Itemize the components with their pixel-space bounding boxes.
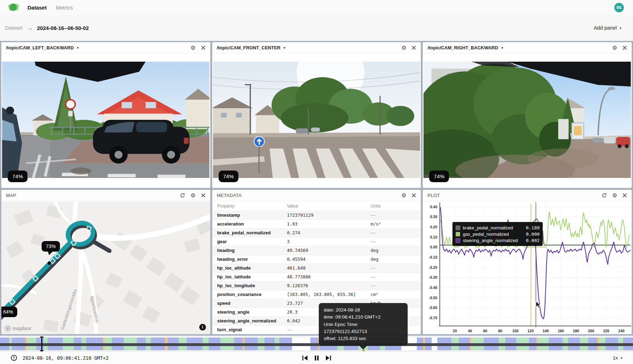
close-icon[interactable] bbox=[201, 193, 206, 198]
mapbox-logo-icon bbox=[5, 326, 11, 331]
svg-text:-0.50: -0.50 bbox=[429, 296, 437, 300]
refresh-icon[interactable] bbox=[602, 193, 607, 198]
playback-speed-selector[interactable]: 1x▾ bbox=[613, 355, 622, 360]
pause-button[interactable] bbox=[314, 355, 319, 361]
map-canvas[interactable]: Gallenklingenstraße Mittelwaldstr. 73% 6… bbox=[1, 202, 210, 334]
plot-hover-legend: brake_pedal_normalized0.189gas_pedal_nor… bbox=[452, 222, 543, 246]
svg-text:0.30: 0.30 bbox=[430, 215, 438, 219]
breadcrumb-current: 2024-08-16--06-50-02 bbox=[37, 25, 89, 31]
panel-title: METADATA bbox=[217, 193, 242, 198]
breadcrumb-bar: Dataset → 2024-08-16--06-50-02 Add panel… bbox=[0, 15, 633, 41]
chevron-down-icon: ▾ bbox=[501, 46, 503, 50]
close-icon[interactable] bbox=[412, 193, 416, 198]
timeline-divider bbox=[0, 343, 633, 346]
topic-selector-cam-left[interactable]: /topic/CAM_LEFT_BACKWARD▾ bbox=[6, 45, 79, 50]
chevron-down-icon: ▾ bbox=[284, 46, 285, 50]
topic-selector-cam-right[interactable]: /topic/CAM_RIGHT_BACKWARD▾ bbox=[427, 45, 503, 50]
svg-text:140: 140 bbox=[543, 329, 549, 333]
chevron-down-icon: ▾ bbox=[621, 356, 622, 360]
topic-selector-cam-front[interactable]: /topic/CAM_FRONT_CENTER▾ bbox=[217, 45, 286, 50]
timeline-track-bottom[interactable] bbox=[0, 346, 633, 350]
avatar[interactable]: BE bbox=[614, 3, 624, 12]
gear-icon[interactable]: ⚙ bbox=[612, 193, 617, 198]
metadata-header-row: Property Value Units bbox=[212, 202, 421, 211]
skip-forward-button[interactable] bbox=[325, 355, 331, 361]
alert-circle-icon bbox=[11, 354, 17, 361]
svg-text:180: 180 bbox=[573, 329, 579, 333]
column-header: Property bbox=[212, 202, 283, 211]
svg-text:40: 40 bbox=[468, 329, 472, 333]
panel-cam-left-backward: /topic/CAM_LEFT_BACKWARD▾ ⚙ bbox=[1, 42, 211, 188]
line-chart[interactable]: 0.400.300.200.100.00-0.10-0.20-0.30-0.40… bbox=[423, 202, 632, 334]
svg-text:0.10: 0.10 bbox=[430, 235, 438, 239]
camera-image-right-backward bbox=[424, 62, 631, 178]
mouse-cursor-icon bbox=[536, 301, 541, 308]
panel-map: MAP ⚙ bbox=[1, 190, 211, 334]
svg-text:100: 100 bbox=[512, 329, 519, 333]
mapbox-attribution[interactable]: mapbox bbox=[5, 326, 31, 331]
svg-text:20: 20 bbox=[453, 329, 457, 333]
tab-metrics[interactable]: Metrics bbox=[56, 5, 73, 11]
skip-backward-button[interactable] bbox=[302, 355, 308, 361]
tooltip-epoch: Unix Epoc Time: 1723791122.452713 bbox=[324, 321, 403, 335]
gear-icon[interactable]: ⚙ bbox=[401, 45, 406, 51]
panel-title: PLOT bbox=[427, 193, 440, 198]
legend-row: gas_pedal_normalized0.000 bbox=[456, 231, 540, 237]
map-position-badge: 73% bbox=[42, 241, 60, 252]
svg-text:120: 120 bbox=[528, 329, 534, 333]
legend-row: steering_angle_normalized0.002 bbox=[456, 237, 540, 243]
svg-text:0.20: 0.20 bbox=[430, 225, 438, 229]
tooltip-time: time: 09:06:41.210 GMT+2 bbox=[324, 314, 403, 321]
panel-cam-front-center: /topic/CAM_FRONT_CENTER▾ ⚙ bbox=[212, 42, 421, 188]
svg-text:0.40: 0.40 bbox=[430, 205, 438, 209]
metadata-row: gear3-- bbox=[212, 237, 421, 246]
svg-text:60: 60 bbox=[483, 329, 487, 333]
tab-dataset[interactable]: Dataset bbox=[28, 5, 47, 11]
close-icon[interactable] bbox=[412, 45, 416, 50]
tooltip-offset: offset: 1125.833 sec bbox=[324, 335, 403, 342]
panel-plot: PLOT ⚙ 0.400.300.200.100.00-0.10-0.20-0.… bbox=[422, 190, 632, 334]
map-info-button[interactable]: i bbox=[199, 324, 206, 331]
close-icon[interactable] bbox=[622, 45, 627, 50]
map-past-badge: 64% bbox=[1, 307, 17, 317]
svg-text:-0.60: -0.60 bbox=[429, 306, 437, 310]
coverage-badge: 74% bbox=[8, 171, 28, 182]
svg-text:-0.30: -0.30 bbox=[429, 275, 437, 279]
legend-swatch-icon bbox=[456, 238, 460, 243]
metadata-row: position_covariance[163.805, 163.805, 65… bbox=[212, 290, 421, 299]
coverage-badge: 74% bbox=[429, 171, 449, 182]
metadata-row: heading_error0.45594deg bbox=[212, 255, 421, 264]
playhead-tooltip: date: 2024-08-16 time: 09:06:41.210 GMT+… bbox=[319, 303, 408, 346]
svg-text:200: 200 bbox=[588, 329, 595, 333]
svg-text:160: 160 bbox=[558, 329, 564, 333]
plot-canvas[interactable]: 0.400.300.200.100.00-0.10-0.20-0.30-0.40… bbox=[423, 202, 632, 334]
camera-image-front-center bbox=[213, 62, 420, 178]
gear-icon[interactable]: ⚙ bbox=[612, 45, 617, 51]
transport-bar: 2024-08-16, 09:06:41.210 GMT+2 1x▾ bbox=[0, 351, 633, 364]
svg-text:-0.10: -0.10 bbox=[429, 255, 437, 259]
breadcrumb-root[interactable]: Dataset bbox=[5, 25, 23, 31]
timeline-cursor-marker[interactable] bbox=[39, 337, 44, 351]
timeline-scrubber[interactable] bbox=[0, 335, 633, 351]
chevron-down-icon: ▾ bbox=[620, 26, 621, 30]
metadata-row: heading49.74569deg bbox=[212, 246, 421, 255]
breadcrumb-arrow-icon: → bbox=[27, 25, 32, 31]
close-icon[interactable] bbox=[622, 193, 627, 198]
gear-icon[interactable]: ⚙ bbox=[190, 193, 195, 198]
close-icon[interactable] bbox=[201, 45, 206, 50]
top-nav: Dataset Metrics BE bbox=[0, 0, 633, 15]
timeline-track-top[interactable] bbox=[0, 338, 633, 343]
metadata-row: hp_loc_altitude461.648-- bbox=[212, 264, 421, 272]
metadata-row: acceleration1.93m/s² bbox=[212, 220, 421, 228]
legend-row: brake_pedal_normalized0.189 bbox=[456, 224, 540, 231]
add-panel-button[interactable]: Add panel▾ bbox=[594, 25, 621, 31]
gear-icon[interactable]: ⚙ bbox=[401, 193, 406, 198]
camera-image-left-backward bbox=[2, 62, 209, 178]
legend-swatch-icon bbox=[456, 226, 460, 230]
refresh-icon[interactable] bbox=[180, 193, 185, 198]
metadata-row: hp_loc_latitude48.773886-- bbox=[212, 272, 421, 281]
gear-icon[interactable]: ⚙ bbox=[190, 45, 195, 51]
svg-text:80: 80 bbox=[498, 329, 503, 333]
svg-text:0.00: 0.00 bbox=[430, 245, 438, 249]
column-header: Units bbox=[366, 202, 421, 211]
